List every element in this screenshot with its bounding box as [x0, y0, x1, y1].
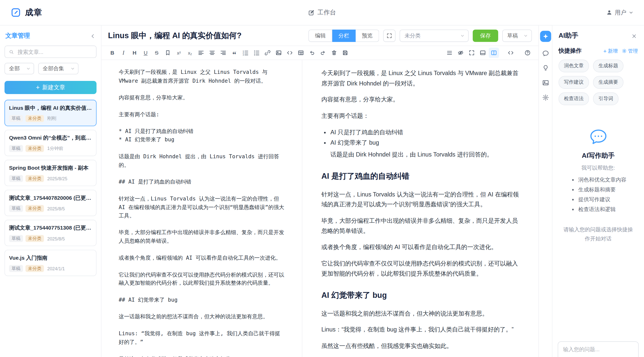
- fullscreen-button[interactable]: [383, 30, 396, 42]
- article-list-item[interactable]: Qwen3 Omni 的“全模态”，到底和多模... 草稿 未分类 1分钟前: [5, 130, 97, 156]
- article-list-item[interactable]: 测试文章_1754407820006 (已更新) 草稿 未分类 2025/8/5: [5, 190, 97, 216]
- search-input[interactable]: [17, 48, 92, 55]
- article-search[interactable]: [5, 46, 97, 58]
- underline-button[interactable]: U: [140, 48, 151, 58]
- quick-action-chips: 润色文章生成标题写作建议生成摘要检查语法引导词: [559, 60, 638, 105]
- preview-paragraph: Linus：“我觉得，在制造 bug 这件事上，我们人类自己就干得挺好的了。”: [321, 325, 519, 335]
- bookmark-icon: [165, 50, 171, 56]
- article-time: 刚刚: [47, 116, 56, 122]
- export-save-button[interactable]: [340, 48, 350, 58]
- ai-panel-close-button[interactable]: [630, 32, 638, 40]
- align-center-icon: [209, 50, 215, 56]
- sidebar-collapse-button[interactable]: [90, 33, 96, 39]
- ai-sparkle-icon: [542, 33, 548, 39]
- markdown-source-pane[interactable]: 今天刷到了一段视频，是 Linux 之父 Linus Torvalds 与 VM…: [102, 60, 303, 357]
- bold-button[interactable]: B: [107, 48, 117, 58]
- delete-button[interactable]: [329, 48, 339, 58]
- preview-heading: AI 幻觉带来了 bug: [321, 289, 519, 302]
- article-category-badge: 未分类: [26, 235, 44, 242]
- hide-preview-button[interactable]: [456, 48, 466, 58]
- undo-button[interactable]: [307, 48, 317, 58]
- redo-button[interactable]: [318, 48, 328, 58]
- ordered-list-button[interactable]: 123: [240, 48, 251, 58]
- article-sidebar: 文章管理 全部 全部合集 + 新建: [0, 26, 102, 357]
- quick-action-chip[interactable]: 写作建议: [559, 76, 589, 89]
- unordered-list-button[interactable]: [251, 48, 262, 58]
- save-button[interactable]: 保存: [473, 30, 498, 42]
- superscript-button[interactable]: x²: [174, 48, 184, 58]
- strikethrough-button[interactable]: S: [152, 48, 162, 58]
- trash-icon: [331, 50, 337, 56]
- article-list-item[interactable]: 测试文章_1754407751308 (已更新) 草稿 未分类 2025/8/5: [5, 220, 97, 246]
- heading-button[interactable]: H: [129, 48, 140, 58]
- redo-icon: [320, 50, 326, 56]
- expand-editor-button[interactable]: [467, 48, 477, 58]
- chat-history-tab[interactable]: [542, 50, 549, 57]
- link-icon: [265, 50, 271, 56]
- table-button[interactable]: [296, 48, 306, 58]
- ai-assistant-tab[interactable]: [540, 31, 551, 42]
- quick-action-chip[interactable]: 检查语法: [559, 93, 589, 105]
- template-tab[interactable]: [542, 79, 549, 86]
- article-category-badge: 未分类: [26, 265, 44, 272]
- quick-action-chip[interactable]: 生成摘要: [593, 76, 623, 89]
- subscript-button[interactable]: x₂: [185, 48, 195, 58]
- align-left-button[interactable]: [196, 48, 206, 58]
- sidebar-title: 文章管理: [5, 32, 30, 40]
- status-select[interactable]: 草稿: [502, 30, 532, 42]
- split-view-button[interactable]: [489, 48, 499, 58]
- preview-pane[interactable]: 今天刷到了一段视频，是 Linux 之父 Linus Torvalds 与 VM…: [302, 60, 538, 357]
- manage-quick-actions-button[interactable]: 管理: [622, 48, 638, 55]
- chevron-down-icon: [26, 66, 30, 71]
- filter-status-value: 全部: [9, 65, 20, 72]
- preview-paragraph: 或者换个角度，编程领域的 AI 可以看作是自动化工具的一次进化。: [321, 242, 519, 252]
- blockquote-button[interactable]: “: [229, 48, 240, 58]
- article-title: 测试文章_1754407751308 (已更新): [9, 224, 92, 232]
- help-button[interactable]: [522, 48, 533, 58]
- app-brand: 成章: [11, 7, 42, 18]
- panel-layout-button[interactable]: [478, 48, 488, 58]
- ai-message-input[interactable]: 输入您的问题...: [558, 341, 639, 357]
- preview-paragraph: 针对这一点，Linus Torvalds 认为这一说法有一定的合理性，但 AI …: [321, 189, 519, 210]
- source-code-button[interactable]: [506, 48, 516, 58]
- image-button[interactable]: [274, 48, 284, 58]
- article-list-item[interactable]: Spring Boot 快速开发指南 - 副本 草稿 未分类 2025/8/25: [5, 160, 97, 186]
- close-icon: [631, 33, 637, 39]
- link-button[interactable]: [263, 48, 273, 58]
- table-icon: [298, 50, 304, 56]
- mode-split-button[interactable]: 分栏: [332, 30, 356, 42]
- article-title: Qwen3 Omni 的“全模态”，到底和多模...: [9, 134, 92, 142]
- filter-status-select[interactable]: 全部: [5, 63, 34, 74]
- align-right-button[interactable]: [218, 48, 228, 58]
- user-menu[interactable]: 用户: [606, 9, 633, 16]
- settings-tab[interactable]: [542, 94, 549, 101]
- image-icon: [276, 50, 282, 56]
- quick-action-chip[interactable]: 生成标题: [593, 60, 623, 72]
- add-quick-action-button[interactable]: + 新增: [603, 48, 618, 55]
- quick-action-chip[interactable]: 润色文章: [559, 60, 589, 72]
- markdown-source-text[interactable]: 今天刷到了一段视频，是 Linux 之父 Linus Torvalds 与 VM…: [119, 68, 285, 357]
- filter-collection-select[interactable]: 全部合集: [38, 63, 78, 74]
- highlight-mark-button[interactable]: [163, 48, 173, 58]
- align-center-button[interactable]: [207, 48, 217, 58]
- preview-bullet-list: AI 只是打了鸡血的自动纠错AI 幻觉带来了 bug: [321, 127, 519, 148]
- outline-button[interactable]: [444, 48, 455, 58]
- chevron-down-icon: [71, 66, 75, 71]
- article-list-item[interactable]: Vue.js 入门指南 草稿 未分类 2024/1/1: [5, 250, 97, 276]
- align-right-icon: [220, 50, 226, 56]
- split-columns-icon: [491, 50, 497, 56]
- code-icon: [287, 50, 293, 56]
- new-article-button[interactable]: + 新建文章: [5, 81, 97, 94]
- nav-workbench[interactable]: 工作台: [308, 9, 336, 16]
- article-time: 1分钟前: [47, 145, 63, 151]
- tips-tab[interactable]: [542, 64, 549, 72]
- article-list: Linus 眼中，编程 AI 的真实价值如何? 草稿 未分类 刚刚 Qwen3 …: [5, 100, 97, 276]
- quick-action-chip[interactable]: 引导词: [593, 93, 618, 105]
- italic-button[interactable]: I: [118, 48, 129, 58]
- mode-edit-button[interactable]: 编辑: [308, 30, 332, 42]
- article-list-item[interactable]: Linus 眼中，编程 AI 的真实价值如何? 草稿 未分类 刚刚: [5, 100, 97, 126]
- code-button[interactable]: [285, 48, 295, 58]
- preview-paragraph: 今天刷到了一段视频，是 Linux 之父 Linus Torvalds 与 VM…: [321, 68, 519, 88]
- mode-preview-button[interactable]: 预览: [356, 30, 379, 42]
- category-select[interactable]: 未分类: [400, 30, 469, 42]
